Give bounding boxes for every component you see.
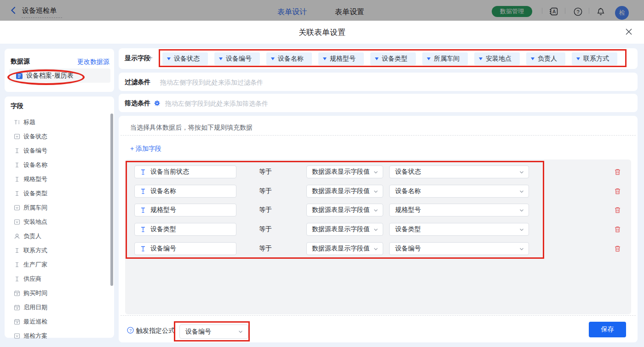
title-field-icon	[14, 119, 20, 125]
field-list-item[interactable]: 负责人	[5, 229, 114, 243]
tag-label: 设备名称	[278, 55, 304, 63]
rule-target-field[interactable]: 设备名称	[134, 185, 236, 198]
page-root: 设备巡检单 表单设计 表单设置 数据管理 A ? 检 关联表单设置 数据源 更改…	[0, 0, 644, 347]
dropdown-triangle-icon	[427, 57, 431, 60]
close-icon[interactable]	[625, 28, 633, 36]
rule-target-field[interactable]: 设备编号	[134, 242, 236, 255]
add-display-field-icon[interactable]: +	[148, 53, 153, 63]
trash-icon[interactable]	[614, 206, 621, 214]
fill-rules-card: 当选择具体数据后，将按如下规则填充数据 + 添加字段 设备当前状态 等于 数据源…	[119, 116, 638, 342]
add-field-link[interactable]: + 添加字段	[130, 145, 161, 153]
dashed-divider	[121, 135, 636, 136]
tag-label: 设备编号	[226, 55, 252, 63]
dropdown-triangle-icon	[531, 57, 535, 60]
field-label: 巡检方案	[23, 332, 47, 340]
display-field-tag[interactable]: 联系方式	[572, 52, 617, 65]
datasource-item[interactable]: 设备档案-履历表	[9, 68, 110, 83]
display-field-tag[interactable]: 设备编号	[214, 52, 260, 65]
rule-operator: 等于	[259, 245, 272, 253]
field-label: 购买时间	[23, 289, 47, 297]
field-label: 设备编号	[23, 147, 47, 155]
filter-label: 过滤条件	[125, 78, 150, 86]
display-field-tag[interactable]: 设备类型	[370, 52, 416, 65]
field-list-item[interactable]: 巡检方案	[5, 329, 114, 343]
field-label: 安装地点	[23, 218, 47, 226]
rule-source-select[interactable]: 数据源表显示字段值	[306, 165, 383, 178]
topbar-dim-overlay	[0, 0, 644, 21]
rule-source-select[interactable]: 数据源表显示字段值	[306, 223, 383, 236]
modal-title: 关联表单设置	[0, 27, 644, 38]
trigger-field-select[interactable]: 设备编号	[179, 324, 248, 339]
display-field-tag[interactable]: 设备状态	[162, 52, 208, 65]
field-list-item[interactable]: 所属车间	[5, 200, 114, 215]
tag-label: 设备状态	[174, 55, 200, 63]
field-list-item[interactable]: 购买时间	[5, 286, 114, 300]
rule-target-field[interactable]: 设备当前状态	[134, 165, 236, 178]
trigger-formula-label: 触发指定公式	[136, 327, 175, 335]
select-field-icon	[14, 133, 20, 140]
display-field-tag[interactable]: 负责人	[526, 52, 565, 65]
trash-icon[interactable]	[614, 245, 621, 252]
field-list-item[interactable]: 设备类型	[5, 186, 114, 200]
rule-operator: 等于	[259, 206, 272, 214]
rule-source-select[interactable]: 数据源表显示字段值	[306, 185, 383, 198]
trash-icon[interactable]	[614, 188, 621, 195]
field-list-item[interactable]: 设备名称	[5, 158, 114, 172]
field-label: 生产厂家	[23, 261, 47, 269]
field-list-item[interactable]: 安装地点	[5, 215, 114, 229]
display-field-tag[interactable]: 安装地点	[474, 52, 520, 65]
rule-value-select[interactable]: 设备名称	[389, 185, 529, 198]
rule-operator: 等于	[259, 187, 272, 195]
fields-scrollbar[interactable]	[110, 114, 113, 286]
display-field-tag[interactable]: 规格型号	[318, 52, 364, 65]
rule-value-select[interactable]: 设备类型	[389, 223, 529, 236]
rule-target-field[interactable]: 设备类型	[134, 223, 236, 236]
rule-value-select[interactable]: 设备编号	[389, 242, 529, 255]
trash-icon[interactable]	[614, 168, 621, 176]
filter-placeholder: 拖动左侧字段到此处来添加过滤条件	[160, 79, 263, 87]
display-field-tag[interactable]: 设备名称	[266, 52, 312, 65]
field-list-item[interactable]: 设备编号	[5, 143, 114, 158]
rule-target-field[interactable]: 规格型号	[134, 204, 236, 216]
rules-panel: 设备当前状态 等于 数据源表显示字段值 设备状态 设备名称 等于 数据源表显示字…	[125, 159, 631, 314]
modal-header: 关联表单设置	[0, 21, 644, 44]
display-field-tag[interactable]: 所属车间	[422, 52, 468, 65]
date-field-icon	[14, 319, 20, 325]
chevron-down-icon	[373, 208, 379, 213]
field-label: 标题	[23, 118, 35, 126]
filter-row: 过滤条件 拖动左侧字段到此处来添加过滤条件	[119, 73, 638, 91]
field-list-item[interactable]: 最近巡检	[5, 314, 114, 329]
rule-value-select[interactable]: 规格型号	[389, 204, 529, 216]
rule-source-select[interactable]: 数据源表显示字段值	[306, 204, 383, 216]
date-field-icon	[14, 304, 20, 311]
field-list-item[interactable]: 联系方式	[5, 243, 114, 257]
field-list-item[interactable]: 启用日期	[5, 300, 114, 314]
text-field-icon	[14, 247, 20, 254]
field-label: 设备状态	[23, 132, 47, 141]
field-label: 最近巡检	[23, 318, 47, 326]
save-button[interactable]: 保存	[589, 322, 626, 337]
field-list-item[interactable]: 设备状态	[5, 129, 114, 143]
field-list-item[interactable]: 供应商	[5, 272, 114, 286]
rule-row: 设备名称 等于 数据源表显示字段值 设备名称	[125, 185, 631, 198]
user-field-icon	[14, 233, 20, 239]
change-datasource-link[interactable]: 更改数据源	[77, 58, 109, 66]
question-icon[interactable]: ?	[127, 327, 134, 334]
field-list-item[interactable]: 规格型号	[5, 172, 114, 186]
fill-rules-hint: 当选择具体数据后，将按如下规则填充数据	[130, 124, 253, 132]
field-label: 设备名称	[23, 161, 47, 169]
field-label: 启用日期	[23, 303, 47, 312]
field-list-item[interactable]: 生产厂家	[5, 257, 114, 272]
gear-icon[interactable]	[154, 100, 160, 106]
rule-row: 设备当前状态 等于 数据源表显示字段值 设备状态	[125, 165, 631, 178]
text-field-icon	[14, 176, 20, 182]
rule-value-select[interactable]: 设备状态	[389, 165, 529, 178]
trash-icon[interactable]	[614, 226, 621, 233]
screen-condition-label: 筛选条件	[125, 99, 150, 108]
chevron-down-icon	[519, 227, 524, 233]
field-label: 设备类型	[23, 189, 47, 198]
rule-row: 设备类型 等于 数据源表显示字段值 设备类型	[125, 223, 631, 236]
field-list-item[interactable]: 标题	[5, 115, 114, 129]
select-field-icon	[14, 205, 20, 211]
rule-source-select[interactable]: 数据源表显示字段值	[306, 242, 383, 255]
